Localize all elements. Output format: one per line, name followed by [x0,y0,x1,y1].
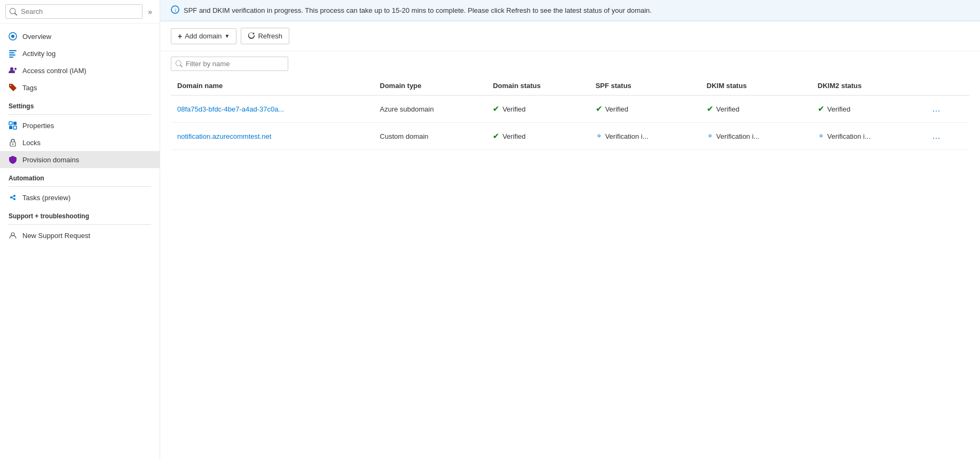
filter-input[interactable] [186,60,283,68]
progress-icon: ⚬ [596,131,603,141]
verified-check-icon: ✔ [818,104,825,114]
status-verified: ✔ Verified [596,104,694,114]
refresh-label: Refresh [258,32,282,40]
status-text: Verified [827,105,850,113]
col-spf-status: SPF status [589,76,700,96]
overview-icon [9,32,17,41]
sidebar-item-tasks[interactable]: Tasks (preview) [0,189,160,206]
plus-icon: + [178,32,182,41]
activity-log-icon [9,49,17,58]
locks-icon [9,138,17,147]
filter-search-icon [176,60,183,67]
progress-icon: ⚬ [707,131,714,141]
automation-section-header: Automation [0,168,160,184]
status-text: Verification i... [827,132,871,140]
support-divider [9,224,151,225]
domain-table: Domain name Domain type Domain status SP… [171,76,969,150]
svg-point-13 [12,144,13,145]
sidebar-item-activity-log[interactable]: Activity log [0,45,160,62]
sidebar-item-properties[interactable]: Properties [0,117,160,134]
domain-name-link[interactable]: notification.azurecommtest.net [177,132,271,140]
search-icon [10,8,17,15]
support-icon [9,231,17,240]
svg-text:i: i [175,7,177,13]
col-domain-type: Domain type [374,76,487,96]
status-text: Verification i... [716,132,760,140]
verified-check-icon: ✔ [596,104,603,114]
svg-point-16 [13,198,15,200]
svg-rect-5 [9,57,13,58]
svg-rect-3 [9,52,14,53]
svg-rect-9 [9,126,12,129]
sidebar-item-locks[interactable]: Locks [0,134,160,151]
status-text: Verified [605,105,628,113]
status-verified: ✔ Verified [493,104,582,114]
sidebar-item-label: Properties [22,122,54,130]
svg-point-14 [10,196,12,199]
svg-point-15 [13,195,15,197]
chevron-down-icon: ▼ [225,33,230,39]
row-more-button[interactable]: … [929,102,944,116]
search-input-wrap [5,4,143,19]
svg-point-7 [14,68,17,70]
sidebar-item-iam[interactable]: Access control (IAM) [0,62,160,79]
col-domain-name: Domain name [171,76,374,96]
col-dkim-status: DKIM status [700,76,811,96]
row-more-button[interactable]: … [929,129,944,143]
svg-rect-10 [13,122,17,125]
refresh-icon [248,31,255,41]
domain-name-link[interactable]: 08fa75d3-bfdc-4be7-a4ad-37c0a... [177,105,284,113]
status-verified: ✔ Verified [493,131,582,141]
sidebar: » Overview Activity log Access control (… [0,0,160,459]
tags-icon [9,83,17,92]
sidebar-item-label: Provision domains [22,156,79,164]
sidebar-item-label: Access control (IAM) [22,67,86,75]
tasks-icon [9,193,17,202]
add-domain-button[interactable]: + Add domain ▼ [171,28,236,44]
verified-check-icon: ✔ [707,104,714,114]
sidebar-item-label: Locks [22,139,41,147]
col-actions [922,76,969,96]
sidebar-search-row: » [0,0,160,23]
svg-rect-8 [9,122,12,125]
sidebar-item-provision-domains[interactable]: Provision domains [0,151,160,168]
status-verified: ✔ Verified [707,104,805,114]
properties-icon [9,121,17,130]
svg-rect-11 [13,126,17,129]
sidebar-nav: Overview Activity log Access control (IA… [0,23,160,248]
col-domain-status: Domain status [486,76,589,96]
iam-icon [9,66,17,75]
table-area: Domain name Domain type Domain status SP… [160,76,980,459]
sidebar-item-label: Tasks (preview) [22,194,70,202]
sidebar-item-tags[interactable]: Tags [0,79,160,96]
status-verified: ✔ Verified [818,104,916,114]
banner-text: SPF and DKIM verification in progress. T… [184,6,652,14]
status-progress: ⚬ Verification i... [707,131,805,141]
collapse-button[interactable]: » [146,5,154,18]
status-text: Verified [502,132,525,140]
svg-rect-2 [9,50,17,51]
settings-section-header: Settings [0,96,160,112]
domain-type-cell: Azure subdomain [374,96,487,123]
status-text: Verified [716,105,739,113]
settings-divider [9,114,151,115]
status-progress: ⚬ Verification i... [818,131,916,141]
svg-rect-4 [9,54,15,56]
provision-domains-icon [9,155,17,164]
sidebar-item-label: Activity log [22,50,56,58]
status-text: Verification i... [605,132,649,140]
toolbar: + Add domain ▼ Refresh [160,21,980,51]
verified-check-icon: ✔ [493,131,500,141]
search-input[interactable] [5,4,143,19]
domain-type-cell: Custom domain [374,123,487,150]
progress-icon: ⚬ [818,131,825,141]
sidebar-item-overview[interactable]: Overview [0,28,160,45]
sidebar-item-new-support[interactable]: New Support Request [0,227,160,244]
status-text: Verified [502,105,525,113]
automation-divider [9,186,151,187]
info-icon: i [171,5,179,15]
refresh-button[interactable]: Refresh [241,28,289,44]
svg-line-17 [12,196,13,198]
add-domain-label: Add domain [185,32,222,40]
main-content: i SPF and DKIM verification in progress.… [160,0,980,459]
